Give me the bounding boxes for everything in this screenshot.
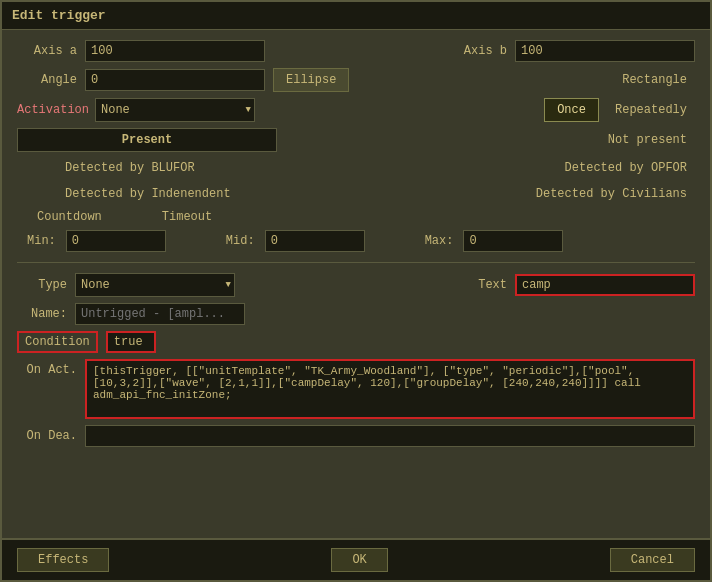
max-label: Max: (425, 234, 454, 248)
footer: Effects OK Cancel (2, 538, 710, 580)
activation-row: Activation None BLUFOR OPFOR Independent… (17, 98, 695, 122)
text-label: Text (478, 278, 507, 292)
name-row: Name: (17, 303, 695, 325)
axis-a-input[interactable] (85, 40, 265, 62)
activation-select[interactable]: None BLUFOR OPFOR Independent Civilian (95, 98, 255, 122)
angle-label: Angle (17, 73, 77, 87)
text-input[interactable] (515, 274, 695, 296)
type-select[interactable]: None Guarded (75, 273, 235, 297)
cancel-button[interactable]: Cancel (610, 548, 695, 572)
min-input[interactable] (66, 230, 166, 252)
condition-value: true (106, 331, 156, 353)
once-button[interactable]: Once (544, 98, 599, 122)
on-act-row: On Act. [thisTrigger, [["unitTemplate", … (17, 359, 695, 419)
present-button[interactable]: Present (17, 128, 277, 152)
mid-label: Mid: (226, 234, 255, 248)
axis-b-input[interactable] (515, 40, 695, 62)
detected-civilians-button[interactable]: Detected by Civilians (528, 184, 695, 204)
timeout-label: Timeout (162, 210, 212, 224)
divider (17, 262, 695, 263)
name-label: Name: (17, 307, 67, 321)
countdown-timeout-row: Countdown Timeout (17, 210, 695, 224)
on-dea-row: On Dea. (17, 425, 695, 447)
detected-independent-button[interactable]: Detected by Indenendent (57, 184, 239, 204)
on-act-textarea[interactable]: [thisTrigger, [["unitTemplate", "TK_Army… (85, 359, 695, 419)
rectangle-button[interactable]: Rectangle (614, 70, 695, 90)
detected-blufor-button[interactable]: Detected by BLUFOR (57, 158, 203, 178)
axes-row: Axis a Axis b (17, 40, 695, 62)
effects-button[interactable]: Effects (17, 548, 109, 572)
on-act-label: On Act. (17, 359, 77, 377)
window-title: Edit trigger (12, 8, 106, 23)
type-label: Type (17, 278, 67, 292)
axis-b-label: Axis b (464, 44, 507, 58)
title-bar: Edit trigger (2, 2, 710, 30)
detected-opfor-button[interactable]: Detected by OPFOR (557, 158, 695, 178)
angle-row: Angle Ellipse Rectangle (17, 68, 695, 92)
type-select-wrapper: None Guarded (75, 273, 235, 297)
condition-row: Condition true (17, 331, 695, 353)
not-present-button[interactable]: Not present (600, 130, 695, 150)
ellipse-button[interactable]: Ellipse (273, 68, 349, 92)
name-input[interactable] (75, 303, 245, 325)
activation-select-wrapper: None BLUFOR OPFOR Independent Civilian (95, 98, 255, 122)
type-name-text-row: Type None Guarded Text (17, 273, 695, 297)
edit-trigger-window: Edit trigger Axis a Axis b Angle Ellipse… (0, 0, 712, 582)
present-row: Present Not present (17, 128, 695, 152)
min-label: Min: (27, 234, 56, 248)
condition-label: Condition (17, 331, 98, 353)
axis-a-label: Axis a (17, 44, 77, 58)
ok-button[interactable]: OK (331, 548, 387, 572)
angle-input[interactable] (85, 69, 265, 91)
detected-row1: Detected by BLUFOR Detected by OPFOR (17, 158, 695, 178)
detected-row2: Detected by Indenendent Detected by Civi… (17, 184, 695, 204)
content-area: Axis a Axis b Angle Ellipse Rectangle Ac… (2, 30, 710, 538)
on-dea-label: On Dea. (17, 429, 77, 443)
activation-label: Activation (17, 103, 87, 117)
countdown-label: Countdown (37, 210, 102, 224)
on-dea-input[interactable] (85, 425, 695, 447)
mid-input[interactable] (265, 230, 365, 252)
max-input[interactable] (463, 230, 563, 252)
repeatedly-button[interactable]: Repeatedly (607, 100, 695, 120)
min-mid-max-row: Min: Mid: Max: (17, 230, 695, 252)
